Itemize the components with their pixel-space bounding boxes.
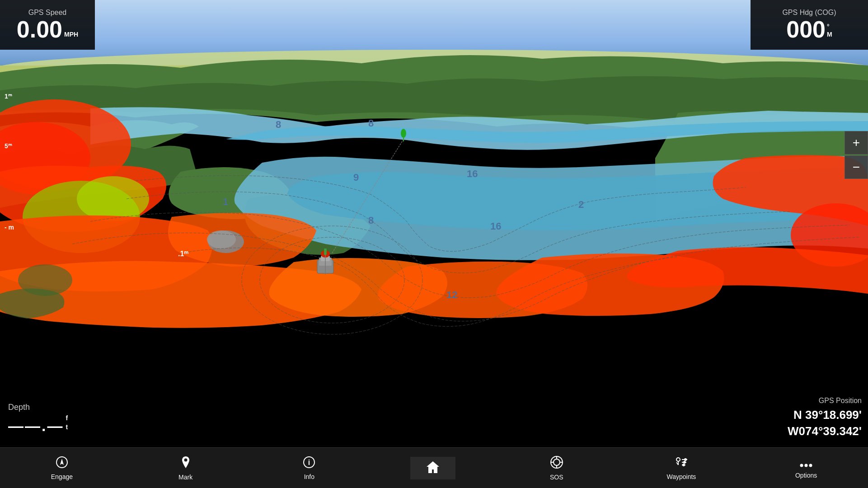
gps-hdg-widget: GPS Hdg (COG) 000 ° M: [751, 0, 868, 50]
zoom-in-button[interactable]: +: [845, 131, 868, 155]
home-icon: [426, 460, 440, 476]
svg-point-6: [77, 176, 149, 221]
depth-label: Depth: [8, 403, 89, 412]
svg-text:1: 1: [223, 196, 228, 207]
sos-icon: [550, 455, 563, 471]
mark-icon: [179, 455, 192, 471]
svg-point-52: [684, 458, 687, 461]
svg-text:12: 12: [446, 289, 457, 300]
nav-sos-label: SOS: [550, 474, 563, 481]
nav-engage[interactable]: Engage: [39, 452, 84, 484]
svg-point-56: [805, 464, 808, 467]
svg-text:16: 16: [490, 221, 501, 232]
gps-pos-label: GPS Position: [748, 397, 862, 405]
nav-home[interactable]: [410, 457, 455, 479]
nav-mark-label: Mark: [178, 474, 192, 481]
depth-value: ——.—: [8, 418, 64, 433]
svg-text:5ᵐ: 5ᵐ: [5, 142, 12, 150]
svg-text:.1ᵐ: .1ᵐ: [178, 250, 188, 258]
svg-point-46: [676, 458, 680, 461]
gps-speed-value: 0.00: [17, 18, 62, 41]
svg-text:9: 9: [353, 172, 359, 183]
svg-text:8: 8: [276, 119, 281, 130]
svg-point-55: [800, 464, 803, 467]
svg-point-57: [809, 464, 812, 467]
svg-text:16: 16: [467, 168, 478, 179]
nav-waypoints[interactable]: Waypoints: [658, 452, 705, 484]
navbar: Engage Mark i Info: [0, 447, 868, 488]
gps-hdg-unit: ° M: [827, 23, 832, 38]
nav-info-label: Info: [304, 473, 314, 480]
nav-engage-label: Engage: [51, 473, 73, 480]
gps-position-widget: GPS Position N 39°18.699' W074°39.342': [741, 389, 868, 447]
gps-lat: N 39°18.699': [748, 407, 862, 423]
depth-unit: f t: [66, 414, 68, 432]
svg-point-41: [554, 459, 560, 465]
zoom-out-button[interactable]: −: [845, 155, 868, 179]
nav-options[interactable]: Options: [784, 454, 829, 483]
zoom-controls: + −: [845, 131, 868, 179]
gps-speed-label: GPS Speed: [6, 9, 89, 17]
svg-point-32: [401, 129, 406, 138]
waypoints-icon: [675, 456, 688, 470]
nav-info[interactable]: i Info: [286, 452, 332, 484]
svg-text:1ᵐ: 1ᵐ: [5, 93, 12, 100]
svg-text:2: 2: [578, 199, 584, 210]
depth-widget: Depth ——.— f t: [0, 389, 95, 447]
map-view[interactable]: 8 8 9 16 1 8 2 16 12 1ᵐ 5ᵐ - m .1ᵐ: [0, 0, 868, 447]
svg-point-53: [683, 461, 686, 464]
options-icon: [800, 457, 812, 469]
svg-marker-36: [60, 459, 64, 465]
svg-text:8: 8: [368, 215, 374, 226]
gps-speed-widget: GPS Speed 0.00 MPH: [0, 0, 95, 50]
nav-options-label: Options: [795, 472, 817, 479]
svg-text:i: i: [308, 459, 310, 466]
svg-point-37: [184, 458, 187, 461]
gps-speed-unit: MPH: [64, 31, 78, 38]
nav-waypoints-label: Waypoints: [667, 473, 696, 480]
gps-lon: W074°39.342': [748, 423, 862, 439]
engage-icon: [56, 456, 68, 470]
gps-hdg-value: 000: [786, 18, 826, 41]
nav-sos[interactable]: SOS: [534, 452, 579, 484]
gps-hdg-label: GPS Hdg (COG): [757, 9, 862, 17]
nav-mark[interactable]: Mark: [163, 452, 208, 484]
info-icon: i: [303, 456, 315, 470]
svg-text:8: 8: [368, 117, 374, 129]
svg-text:- m: - m: [5, 224, 14, 231]
svg-point-9: [207, 230, 236, 249]
svg-point-54: [682, 464, 685, 466]
